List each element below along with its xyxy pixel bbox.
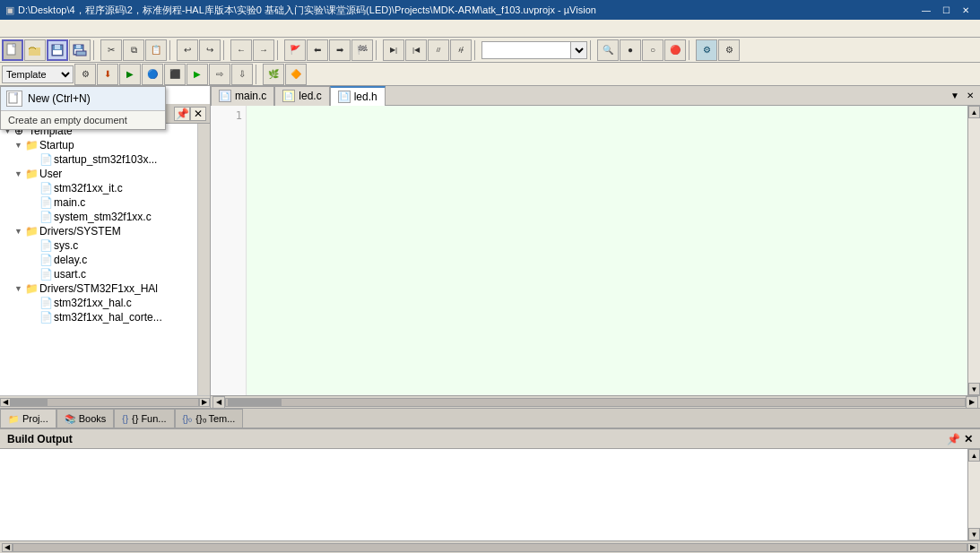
sidebar-pin-button[interactable]: 📌 [174,107,190,121]
tree-item-stm32f1xx-it[interactable]: 📄 stm32f1xx_it.c [0,181,197,195]
output-area: Build Output 📌 ✕ ▲ ▼ ◀ ▶ [0,428,980,553]
build2-button[interactable]: ⚙ [74,64,96,85]
editor-scroll-down[interactable]: ▼ [968,383,980,395]
tree-item-delay-c[interactable]: 📄 delay.c [0,253,197,267]
define-combo: #define GPIOA ▼ [481,41,587,59]
output-scroll-left[interactable]: ◀ [2,543,13,552]
find-button[interactable]: 🔍 [597,39,619,61]
editor-scroll-x-thumb[interactable] [228,399,282,406]
sidebar-scrollbar[interactable] [197,124,210,395]
tree-item-drivers-system[interactable]: ▼ 📁 Drivers/SYSTEM [0,224,197,238]
define-dropdown[interactable]: ▼ [571,41,587,59]
output-scroll-right[interactable]: ▶ [967,543,978,552]
undo-button[interactable]: ↩ [177,39,198,61]
sidebar-scroll-thumb[interactable] [12,399,48,406]
tree-item-usart-c[interactable]: 📄 usart.c [0,267,197,281]
books-tab-label: Books [79,413,107,424]
bookmark-prev-button[interactable]: ⬅ [307,39,328,61]
nav-forward-button[interactable]: → [253,39,274,61]
unindent-button[interactable]: |◀ [405,39,427,61]
startup-label: Startup [39,139,197,151]
tab-close-all-button[interactable]: ✕ [964,90,976,101]
paste-button[interactable]: 📋 [145,39,167,61]
tab-dropdown-button[interactable]: ▼ [948,90,962,101]
output-scroll-down[interactable]: ▼ [968,528,980,540]
indent-button[interactable]: ▶| [383,39,404,61]
tab-led-h[interactable]: 📄 led.h [330,86,386,106]
sidebar-scroll-right[interactable]: ▶ [199,398,210,407]
bottom-tab-fun[interactable]: {} {} Fun... [114,409,174,428]
tab-led-c[interactable]: 📄 led.c [274,86,329,106]
tree-item-system-stm32[interactable]: 📄 system_stm32f1xx.c [0,210,197,224]
cut-button[interactable]: ✂ [100,39,122,61]
download-btn[interactable]: ⬇ [97,64,118,85]
editor-scroll-x-track [225,398,966,407]
sidebar-x-scrollbar[interactable]: ◀ ▶ [0,395,210,408]
tree-item-sys-c[interactable]: 📄 sys.c [0,238,197,253]
title-bar: ▣ D:\Desktop\4，程序源码\2，标准例程-HAL库版本\实验0 基础… [0,0,980,20]
tree-item-stm32f1xx-hal-corte[interactable]: 📄 stm32f1xx_hal_corte... [0,310,197,324]
clear-bookmarks-button[interactable]: 🏁 [351,39,373,61]
tree-item-stm32f1xx-hal[interactable]: 📄 stm32f1xx_hal.c [0,296,197,310]
output-scroll-up[interactable]: ▲ [968,449,980,462]
tree-item-startup[interactable]: ▼ 📁 Startup [0,138,197,152]
editor-h-scrollbar[interactable]: ◀ ▶ [211,395,980,408]
redo-button[interactable]: ↪ [199,39,221,61]
output-h-scrollbar[interactable]: ◀ ▶ [0,540,980,553]
save-all-button[interactable] [69,39,91,61]
uncomment-button[interactable]: //̶ [450,39,472,61]
new-file-button[interactable] [2,39,23,61]
tab-main-c[interactable]: 📄 main.c [211,86,274,106]
comment-button[interactable]: // [428,39,449,61]
tree-item-startup-stm32[interactable]: 📄 startup_stm32f103x... [0,152,197,167]
output-pin-button[interactable]: 📌 [947,433,960,445]
step2-btn[interactable]: ⇩ [231,64,253,85]
bookmark-button[interactable]: 🚩 [284,39,306,61]
code-editor[interactable] [247,106,967,395]
svg-rect-5 [53,50,62,55]
open-file-button[interactable] [24,39,46,61]
tree-item-main-c[interactable]: 📄 main.c [0,195,197,210]
step-btn[interactable]: ⇨ [209,64,230,85]
bookmark-next-button[interactable]: ➡ [329,39,351,61]
editor-scroll-right[interactable]: ▶ [966,396,978,409]
close-button[interactable]: ✕ [957,3,975,17]
stop-btn[interactable]: ⬛ [164,64,186,85]
debug-btn[interactable]: 🔵 [142,64,163,85]
run2-btn[interactable]: ▶ [186,64,208,85]
sidebar: New (Ctrl+N) Create an empty document Pr… [0,86,211,408]
editor-scroll-up[interactable]: ▲ [968,106,980,118]
bottom-tab-proj[interactable]: 📁 Proj... [0,409,56,428]
extra1-btn[interactable]: 🌿 [263,64,284,85]
separator-2 [169,40,174,60]
sidebar-close-button[interactable]: ✕ [190,107,206,121]
tree-item-drivers-hal[interactable]: ▼ 📁 Drivers/STM32F1xx_HAl [0,281,197,296]
project-dropdown[interactable]: Template [2,65,74,83]
maximize-button[interactable]: ☐ [937,3,955,17]
output-content[interactable] [0,449,967,540]
bottom-tab-books[interactable]: 📚 Books [56,409,115,428]
nav-back-button[interactable]: ← [230,39,252,61]
copy-button[interactable]: ⧉ [123,39,144,61]
output-v-scrollbar[interactable]: ▲ ▼ [967,449,980,540]
tree-item-user[interactable]: ▼ 📁 User [0,167,197,181]
books-tab-icon: 📚 [65,414,75,424]
minimize-button[interactable]: — [917,3,935,17]
sidebar-scroll-left[interactable]: ◀ [0,398,11,407]
bottom-tab-tem[interactable]: {}₀ {}₀ Tem... [175,409,244,428]
define-input[interactable]: #define GPIOA [481,41,571,59]
editor-scroll-left[interactable]: ◀ [212,396,225,409]
run-btn[interactable]: ▶ [119,64,141,85]
option1-button[interactable]: ● [620,39,641,61]
extra2-btn[interactable]: 🔶 [285,64,307,85]
editor-v-scrollbar[interactable]: ▲ ▼ [967,106,980,395]
build-button[interactable]: ⚙ [696,39,717,61]
separator-3 [223,40,228,60]
option3-button[interactable]: 🔴 [664,39,686,61]
settings-button[interactable]: ⚙ [718,39,740,61]
toolbar-main: ✂ ⧉ 📋 ↩ ↪ ← → 🚩 ⬅ ➡ 🏁 ▶| |◀ // //̶ #defi… [0,38,980,63]
file-system-stm32-icon: 📄 [39,211,54,223]
save-button[interactable] [47,39,68,61]
option2-button[interactable]: ○ [642,39,663,61]
output-close-button[interactable]: ✕ [964,433,973,445]
